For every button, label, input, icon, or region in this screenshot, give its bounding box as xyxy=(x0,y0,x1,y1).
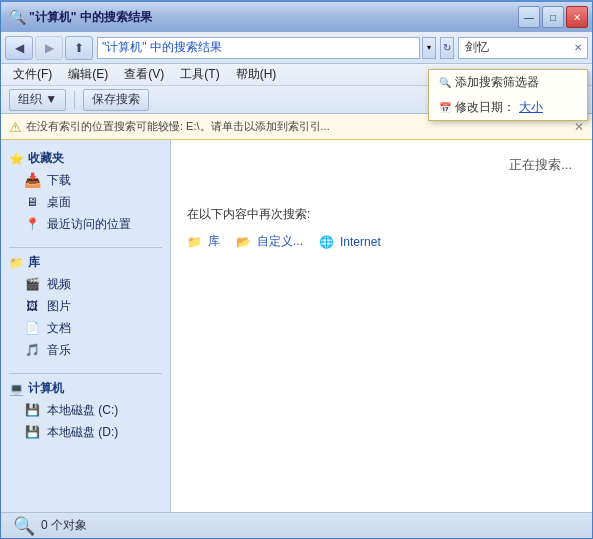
modify-date-label: 修改日期： xyxy=(455,99,515,116)
close-button[interactable]: ✕ xyxy=(566,6,588,28)
add-filter-label: 添加搜索筛选器 xyxy=(455,74,539,91)
sidebar-separator-1 xyxy=(9,247,162,248)
sidebar-computer-header[interactable]: 💻 计算机 xyxy=(1,378,170,399)
sidebar-library-header[interactable]: 📁 库 xyxy=(1,252,170,273)
window-icon: 🔍 xyxy=(9,9,25,25)
title-bar: 🔍 "计算机" 中的搜索结果 — □ ✕ xyxy=(1,2,592,32)
search-in-options: 📁 库 📂 自定义... 🌐 Internet xyxy=(187,233,576,250)
address-dropdown-arrow[interactable]: ▾ xyxy=(422,37,436,59)
save-search-button[interactable]: 保存搜索 xyxy=(83,89,149,111)
sidebar-favorites-header[interactable]: ⭐ 收藏夹 xyxy=(1,148,170,169)
title-bar-buttons: — □ ✕ xyxy=(518,6,588,28)
content-area: 正在搜索... 在以下内容中再次搜索: 📁 库 📂 自定义... xyxy=(171,140,592,512)
downloads-icon: 📥 xyxy=(23,172,41,188)
menu-help[interactable]: 帮助(H) xyxy=(228,64,285,85)
favorites-label: 收藏夹 xyxy=(28,150,64,167)
recent-icon: 📍 xyxy=(23,216,41,232)
maximize-button[interactable]: □ xyxy=(542,6,564,28)
documents-icon: 📄 xyxy=(23,320,41,336)
custom-option-icon: 📂 xyxy=(236,235,251,249)
date-icon: 📅 xyxy=(439,102,451,113)
info-text: 在没有索引的位置搜索可能较慢: E:\。请单击以添加到索引引... xyxy=(26,119,570,134)
searching-status: 正在搜索... xyxy=(509,156,572,174)
menu-view[interactable]: 查看(V) xyxy=(116,64,172,85)
sidebar-library-section: 📁 库 🎬 视频 🖼 图片 📄 文档 xyxy=(1,252,170,361)
refresh-button[interactable]: ↻ xyxy=(440,37,454,59)
drive-c-icon: 💾 xyxy=(23,402,41,418)
library-option-label: 库 xyxy=(208,233,220,250)
status-text: 0 个对象 xyxy=(41,517,87,534)
add-filter-item[interactable]: 🔍 添加搜索筛选器 xyxy=(429,70,587,95)
sidebar-computer-section: 💻 计算机 💾 本地磁盘 (C:) 💾 本地磁盘 (D:) xyxy=(1,378,170,443)
status-search-icon: 🔍 xyxy=(13,515,35,537)
search-box-area: ✕ 🔍 添加搜索筛选器 📅 修改日期： 大小 xyxy=(458,37,588,59)
menu-edit[interactable]: 编辑(E) xyxy=(60,64,116,85)
minimize-button[interactable]: — xyxy=(518,6,540,28)
path-text[interactable]: "计算机" 中的搜索结果 xyxy=(102,39,222,56)
computer-icon: 💻 xyxy=(9,382,24,396)
filter-icon: 🔍 xyxy=(439,77,451,88)
pictures-label: 图片 xyxy=(47,298,71,315)
search-in-label: 在以下内容中再次搜索: xyxy=(187,206,576,223)
drive-d-icon: 💾 xyxy=(23,424,41,440)
main-window: 🔍 "计算机" 中的搜索结果 — □ ✕ ◀ ▶ ⬆ "计算机" 中的搜索结果 … xyxy=(0,0,593,539)
sidebar-item-documents[interactable]: 📄 文档 xyxy=(1,317,170,339)
sidebar-item-music[interactable]: 🎵 音乐 xyxy=(1,339,170,361)
sidebar-scroll: ⭐ 收藏夹 📥 下载 🖥 桌面 📍 最近访问的位置 xyxy=(1,140,170,512)
internet-option-icon: 🌐 xyxy=(319,235,334,249)
address-bar: ◀ ▶ ⬆ "计算机" 中的搜索结果 ▾ ↻ ✕ 🔍 添加搜索筛选器 📅 修改 xyxy=(1,32,592,64)
computer-label: 计算机 xyxy=(28,380,64,397)
sidebar-item-pictures[interactable]: 🖼 图片 xyxy=(1,295,170,317)
organize-button[interactable]: 组织 ▼ xyxy=(9,89,66,111)
documents-label: 文档 xyxy=(47,320,71,337)
address-path[interactable]: "计算机" 中的搜索结果 xyxy=(97,37,420,59)
music-icon: 🎵 xyxy=(23,342,41,358)
search-in-custom[interactable]: 📂 自定义... xyxy=(236,233,303,250)
library-option-icon: 📁 xyxy=(187,235,202,249)
menu-file[interactable]: 文件(F) xyxy=(5,64,60,85)
sidebar-favorites-section: ⭐ 收藏夹 📥 下载 🖥 桌面 📍 最近访问的位置 xyxy=(1,148,170,235)
search-in-library[interactable]: 📁 库 xyxy=(187,233,220,250)
sidebar-item-downloads[interactable]: 📥 下载 xyxy=(1,169,170,191)
search-clear-icon[interactable]: ✕ xyxy=(570,40,586,56)
menu-tools[interactable]: 工具(T) xyxy=(172,64,227,85)
downloads-label: 下载 xyxy=(47,172,71,189)
up-button[interactable]: ⬆ xyxy=(65,36,93,60)
forward-button[interactable]: ▶ xyxy=(35,36,63,60)
back-button[interactable]: ◀ xyxy=(5,36,33,60)
status-bar: 🔍 0 个对象 xyxy=(1,512,592,538)
nav-buttons: ◀ ▶ ⬆ xyxy=(5,36,93,60)
custom-option-label: 自定义... xyxy=(257,233,303,250)
title-bar-left: 🔍 "计算机" 中的搜索结果 xyxy=(9,9,152,26)
internet-option-label: Internet xyxy=(340,235,381,249)
desktop-icon: 🖥 xyxy=(23,194,41,210)
size-link[interactable]: 大小 xyxy=(519,99,543,116)
recent-label: 最近访问的位置 xyxy=(47,216,131,233)
search-dropdown: 🔍 添加搜索筛选器 📅 修改日期： 大小 xyxy=(428,69,588,121)
library-folder-icon: 📁 xyxy=(9,256,24,270)
drive-d-label: 本地磁盘 (D:) xyxy=(47,424,118,441)
search-in-section: 在以下内容中再次搜索: 📁 库 📂 自定义... 🌐 Internet xyxy=(187,206,576,250)
content-main: 正在搜索... 在以下内容中再次搜索: 📁 库 📂 自定义... xyxy=(171,140,592,512)
search-input[interactable] xyxy=(458,37,588,59)
info-icon: ⚠ xyxy=(9,119,22,135)
modify-date-item[interactable]: 📅 修改日期： 大小 xyxy=(429,95,587,120)
star-icon: ⭐ xyxy=(9,152,24,166)
window-title: "计算机" 中的搜索结果 xyxy=(29,9,152,26)
search-in-internet[interactable]: 🌐 Internet xyxy=(319,235,381,249)
video-label: 视频 xyxy=(47,276,71,293)
sidebar-item-drive-d[interactable]: 💾 本地磁盘 (D:) xyxy=(1,421,170,443)
sidebar-item-recent[interactable]: 📍 最近访问的位置 xyxy=(1,213,170,235)
sidebar-item-video[interactable]: 🎬 视频 xyxy=(1,273,170,295)
desktop-label: 桌面 xyxy=(47,194,71,211)
sidebar-separator-2 xyxy=(9,373,162,374)
pictures-icon: 🖼 xyxy=(23,298,41,314)
sidebar: ⭐ 收藏夹 📥 下载 🖥 桌面 📍 最近访问的位置 xyxy=(1,140,171,512)
library-label: 库 xyxy=(28,254,40,271)
sidebar-item-desktop[interactable]: 🖥 桌面 xyxy=(1,191,170,213)
drive-c-label: 本地磁盘 (C:) xyxy=(47,402,118,419)
info-close-button[interactable]: ✕ xyxy=(574,120,584,134)
main-content: ⭐ 收藏夹 📥 下载 🖥 桌面 📍 最近访问的位置 xyxy=(1,140,592,512)
toolbar-separator xyxy=(74,91,75,109)
sidebar-item-drive-c[interactable]: 💾 本地磁盘 (C:) xyxy=(1,399,170,421)
